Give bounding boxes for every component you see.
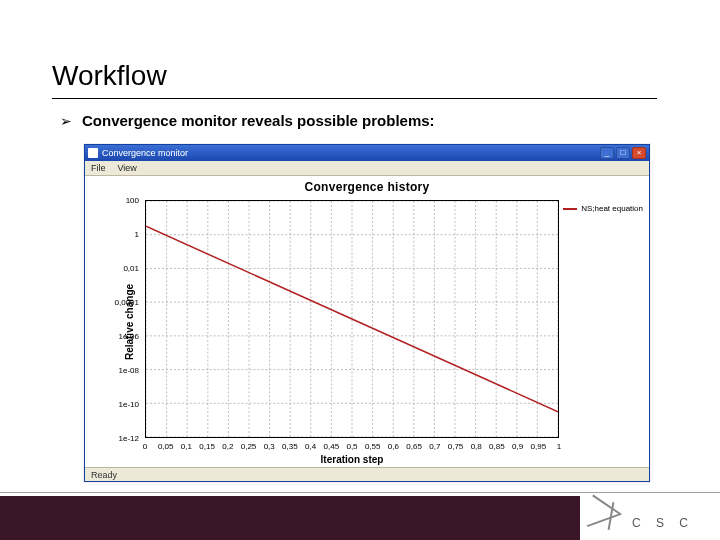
- chart-xtick: 0,55: [365, 442, 381, 451]
- chart-plot-area: [145, 200, 559, 438]
- csc-star-icon: [586, 502, 622, 530]
- chart-xtick: 0,65: [406, 442, 422, 451]
- chart-xtick: 0,05: [158, 442, 174, 451]
- slide-footer: C S C: [0, 492, 720, 540]
- chart-ytick: 1e-12: [119, 434, 139, 443]
- window-title: Convergence monitor: [102, 148, 188, 158]
- chart-xtick: 0,5: [346, 442, 357, 451]
- chart-xtick: 0,4: [305, 442, 316, 451]
- chart-xtick: 0,1: [181, 442, 192, 451]
- chart-xtick: 0,2: [222, 442, 233, 451]
- chart-ytick: 0,0001: [115, 298, 139, 307]
- footer-accent: [0, 496, 580, 540]
- chart-xtick: 0,8: [471, 442, 482, 451]
- chart-xtick: 0,95: [531, 442, 547, 451]
- chart-ytick: 100: [126, 196, 139, 205]
- chart-xtick: 0,3: [264, 442, 275, 451]
- chart-ytick: 1e-10: [119, 400, 139, 409]
- chart-xtick: 0,75: [448, 442, 464, 451]
- arrow-icon: ➢: [60, 113, 72, 129]
- footer-divider: [0, 492, 720, 493]
- chart-svg: [146, 201, 558, 437]
- chart-xtick: 0,9: [512, 442, 523, 451]
- chart-xtick: 0,6: [388, 442, 399, 451]
- app-icon: [88, 148, 98, 158]
- menu-file[interactable]: File: [91, 163, 106, 173]
- chart-yticks: 10010,010,00011e-061e-081e-101e-12: [85, 200, 143, 438]
- chart-xticks: 00,050,10,150,20,250,30,350,40,450,50,55…: [145, 442, 559, 454]
- legend-label: NS;heat equation: [581, 204, 643, 213]
- minimize-button[interactable]: _: [600, 147, 614, 159]
- chart-xtick: 0,15: [199, 442, 215, 451]
- chart-xtick: 0,85: [489, 442, 505, 451]
- chart-xtick: 0,45: [324, 442, 340, 451]
- chart-xtick: 0: [143, 442, 147, 451]
- close-button[interactable]: ×: [632, 147, 646, 159]
- window-titlebar[interactable]: Convergence monitor _ □ ×: [85, 145, 649, 161]
- menu-view[interactable]: View: [118, 163, 137, 173]
- convergence-monitor-window: Convergence monitor _ □ × File View Conv…: [84, 144, 650, 482]
- chart-ytick: 0,01: [123, 264, 139, 273]
- chart-ytick: 1e-06: [119, 332, 139, 341]
- chart-xtick: 0,35: [282, 442, 298, 451]
- chart-xtick: 0,25: [241, 442, 257, 451]
- chart-ytick: 1: [135, 230, 139, 239]
- bullet-item: ➢ Convergence monitor reveals possible p…: [60, 112, 435, 129]
- chart-ytick: 1e-08: [119, 366, 139, 375]
- page-title: Workflow: [52, 60, 167, 92]
- chart-xtick: 0,7: [429, 442, 440, 451]
- window-menubar: File View: [85, 161, 649, 176]
- chart-xtick: 1: [557, 442, 561, 451]
- csc-logo: C S C: [586, 502, 694, 530]
- chart-legend: NS;heat equation: [563, 204, 643, 213]
- window-body: Convergence history Relative change 1001…: [85, 176, 649, 467]
- legend-swatch-icon: [563, 208, 577, 210]
- status-text: Ready: [91, 470, 117, 480]
- chart-title: Convergence history: [85, 180, 649, 194]
- bullet-text: Convergence monitor reveals possible pro…: [82, 112, 435, 129]
- chart-xlabel: Iteration step: [145, 454, 559, 465]
- window-statusbar: Ready: [85, 467, 649, 481]
- title-underline: [52, 98, 657, 99]
- csc-logo-text: C S C: [626, 516, 694, 530]
- maximize-button[interactable]: □: [616, 147, 630, 159]
